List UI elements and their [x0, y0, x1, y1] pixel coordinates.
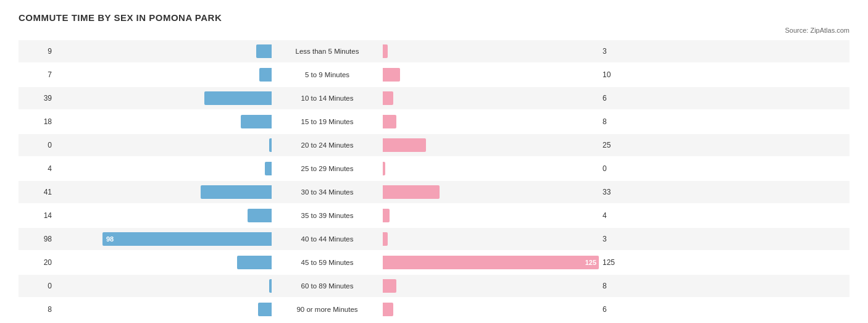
- row-label: 60 to 89 Minutes: [272, 282, 383, 290]
- chart-row: 060 to 89 Minutes8: [19, 275, 849, 297]
- row-label: 40 to 44 Minutes: [272, 235, 383, 243]
- female-value: 10: [599, 70, 630, 79]
- male-value: 8: [19, 305, 56, 314]
- male-value: 14: [19, 211, 56, 220]
- male-bar: [256, 44, 272, 58]
- male-value: 39: [19, 94, 56, 103]
- male-bar: [201, 185, 272, 199]
- row-label: 10 to 14 Minutes: [272, 94, 383, 102]
- female-value: 4: [599, 211, 630, 220]
- male-value: 4: [19, 164, 56, 173]
- female-bar-container: [383, 68, 599, 82]
- male-bar-container: [56, 115, 272, 128]
- female-value: 6: [599, 94, 630, 103]
- male-bar: [265, 162, 272, 175]
- row-label: 15 to 19 Minutes: [272, 118, 383, 125]
- female-bar: [383, 138, 426, 152]
- female-bar-container: [383, 185, 599, 199]
- male-value: 9: [19, 47, 56, 56]
- female-bar-container: 125: [383, 256, 599, 269]
- chart-area: 9Less than 5 Minutes375 to 9 Minutes1039…: [19, 40, 849, 321]
- chart-row: 1815 to 19 Minutes8: [19, 111, 849, 133]
- male-value: 18: [19, 117, 56, 126]
- female-bar-container: [383, 232, 599, 246]
- female-value: 25: [599, 141, 630, 149]
- female-bar-container: [383, 115, 599, 128]
- female-bar-container: [383, 44, 599, 58]
- chart-row: 425 to 29 Minutes0: [19, 157, 849, 180]
- female-bar: [383, 209, 390, 222]
- male-bar: [259, 68, 272, 82]
- male-bar-container: [56, 138, 272, 152]
- chart-row: 4130 to 34 Minutes33: [19, 181, 849, 203]
- source-label: Source: ZipAtlas.com: [19, 27, 849, 34]
- male-bar-container: [56, 162, 272, 175]
- row-label: 45 to 59 Minutes: [272, 259, 383, 266]
- female-value: 125: [599, 258, 630, 267]
- male-bar-container: [56, 185, 272, 199]
- female-value: 6: [599, 305, 630, 314]
- female-value: 8: [599, 117, 630, 126]
- female-bar: 125: [383, 256, 599, 269]
- male-bar-container: [56, 44, 272, 58]
- female-bar: [383, 162, 385, 175]
- female-bar: [383, 279, 396, 293]
- male-bar-container: [56, 303, 272, 316]
- male-bar: [258, 303, 272, 316]
- female-bar: [383, 68, 400, 82]
- row-label: 35 to 39 Minutes: [272, 212, 383, 219]
- female-bar-container: [383, 91, 599, 105]
- male-value: 7: [19, 70, 56, 79]
- female-value: 8: [599, 282, 630, 290]
- row-label: 90 or more Minutes: [272, 306, 383, 313]
- female-value: 0: [599, 164, 630, 173]
- row-label: 30 to 34 Minutes: [272, 188, 383, 196]
- page-title: COMMUTE TIME BY SEX IN POMONA PARK: [19, 12, 849, 23]
- male-bar: [237, 256, 272, 269]
- male-bar: [248, 209, 272, 222]
- female-bar: [383, 232, 388, 246]
- male-value: 0: [19, 282, 56, 290]
- female-bar: [383, 44, 388, 58]
- female-bar-container: [383, 303, 599, 316]
- female-bar-container: [383, 209, 599, 222]
- female-value: 33: [599, 188, 630, 196]
- male-bar-container: [56, 91, 272, 105]
- female-bar: [383, 303, 393, 316]
- male-bar-container: [56, 279, 272, 293]
- female-value: 3: [599, 47, 630, 56]
- chart-row: 890 or more Minutes6: [19, 298, 849, 321]
- male-value: 0: [19, 141, 56, 149]
- female-bar-container: [383, 279, 599, 293]
- male-value: 98: [19, 235, 56, 243]
- male-value: 20: [19, 258, 56, 267]
- chart-row: 020 to 24 Minutes25: [19, 134, 849, 156]
- chart-row: 75 to 9 Minutes10: [19, 64, 849, 86]
- chart-row: 2045 to 59 Minutes125125: [19, 251, 849, 274]
- male-bar-container: [56, 68, 272, 82]
- male-bar-container: [56, 209, 272, 222]
- chart-row: 9Less than 5 Minutes3: [19, 40, 849, 62]
- male-value: 41: [19, 188, 56, 196]
- chart-row: 989840 to 44 Minutes3: [19, 228, 849, 250]
- row-label: 20 to 24 Minutes: [272, 141, 383, 149]
- chart-row: 3910 to 14 Minutes6: [19, 87, 849, 109]
- row-label: 5 to 9 Minutes: [272, 71, 383, 78]
- male-bar: [241, 115, 272, 128]
- female-bar: [383, 185, 440, 199]
- female-value: 3: [599, 235, 630, 243]
- row-label: 25 to 29 Minutes: [272, 165, 383, 172]
- female-bar-container: [383, 138, 599, 152]
- male-bar: 98: [102, 232, 272, 246]
- male-bar: [204, 91, 272, 105]
- chart-row: 1435 to 39 Minutes4: [19, 204, 849, 227]
- male-bar-container: 98: [56, 232, 272, 246]
- male-bar-container: [56, 256, 272, 269]
- row-label: Less than 5 Minutes: [272, 48, 383, 55]
- female-bar: [383, 115, 396, 128]
- female-bar-container: [383, 162, 599, 175]
- female-bar: [383, 91, 393, 105]
